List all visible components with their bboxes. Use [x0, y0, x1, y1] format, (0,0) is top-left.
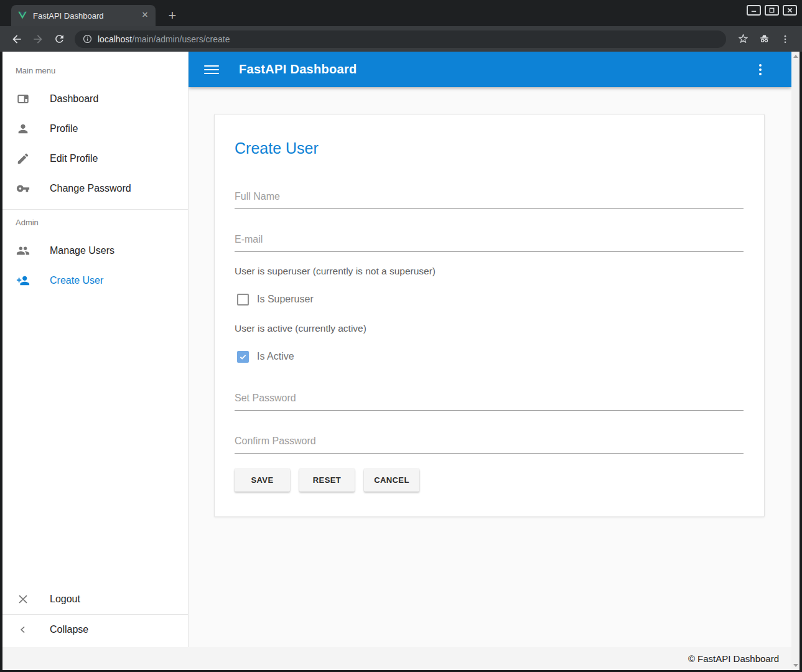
sidebar-item-collapse[interactable]: Collapse [2, 615, 188, 645]
full-name-field-wrap [235, 189, 744, 209]
browser-tab[interactable]: FastAPI Dashboard × [11, 5, 156, 26]
active-checkbox-row[interactable]: Is Active [235, 349, 744, 364]
sidebar-item-logout[interactable]: Logout [2, 584, 188, 614]
page-title: Create User [235, 139, 744, 157]
dashboard-icon [16, 91, 30, 106]
sidebar-item-create-user[interactable]: Create User [2, 266, 188, 296]
people-icon [16, 243, 30, 258]
forward-button[interactable] [29, 30, 47, 49]
new-tab-button[interactable]: + [164, 9, 180, 22]
save-button[interactable]: SAVE [235, 469, 290, 492]
tab-close-icon[interactable]: × [139, 10, 151, 21]
sidebar-section-admin: Admin [2, 210, 188, 236]
incognito-icon [755, 30, 773, 49]
person-icon [16, 121, 30, 136]
vue-logo-icon [17, 11, 27, 21]
appbar-title: FastAPI Dashboard [239, 62, 357, 77]
sidebar-item-manage-users[interactable]: Manage Users [2, 236, 188, 266]
hamburger-menu-button[interactable] [204, 62, 219, 77]
check-icon [239, 353, 247, 361]
tab-title: FastAPI Dashboard [33, 11, 139, 21]
email-input[interactable] [235, 231, 744, 252]
sidebar-item-label: Create User [50, 275, 103, 286]
full-name-input[interactable] [235, 189, 744, 209]
sidebar-item-label: Profile [50, 123, 78, 134]
appbar-overflow-menu-button[interactable] [753, 62, 768, 77]
url-bar[interactable]: localhost/main/admin/users/create [75, 30, 726, 48]
url-path: /main/admin/users/create [132, 34, 230, 44]
bookmark-button[interactable] [734, 30, 752, 49]
sidebar-section-main-menu: Main menu [2, 52, 188, 84]
sidebar: Main menu Dashboard Profile [2, 52, 189, 647]
scroll-down-icon[interactable] [793, 664, 798, 667]
reload-button[interactable] [50, 30, 68, 49]
browser-tab-strip: FastAPI Dashboard × + [0, 0, 802, 26]
info-icon [82, 34, 93, 44]
sidebar-item-label: Change Password [50, 183, 131, 194]
sidebar-item-change-password[interactable]: Change Password [2, 174, 188, 203]
key-icon [16, 181, 30, 196]
create-user-card: Create User User is superuser (currently… [214, 114, 765, 517]
url-host: localhost [98, 34, 132, 44]
app-footer: © FastAPI Dashboard [2, 647, 791, 670]
sidebar-item-label: Edit Profile [50, 153, 98, 164]
chevron-left-icon [16, 622, 30, 637]
set-password-field-wrap [235, 390, 744, 411]
browser-menu-button[interactable] [776, 30, 795, 49]
superuser-checkbox-row[interactable]: Is Superuser [235, 292, 744, 307]
active-checkbox-label: Is Active [257, 351, 294, 362]
appbar: FastAPI Dashboard [189, 52, 791, 87]
reset-button[interactable]: RESET [299, 469, 355, 492]
reload-icon [54, 33, 65, 45]
back-icon [11, 33, 23, 45]
superuser-checkbox[interactable] [237, 294, 249, 306]
sidebar-item-dashboard[interactable]: Dashboard [2, 84, 188, 114]
browser-window: FastAPI Dashboard × + [0, 0, 802, 672]
sidebar-item-label: Dashboard [50, 93, 98, 105]
maximize-button[interactable] [765, 5, 779, 16]
page-content: Create User User is superuser (currently… [189, 87, 791, 647]
person-add-icon [16, 273, 30, 288]
minimize-button[interactable] [747, 5, 761, 16]
sidebar-item-edit-profile[interactable]: Edit Profile [2, 144, 188, 174]
sidebar-item-label: Collapse [50, 624, 88, 635]
active-hint: User is active (currently active) [235, 323, 744, 334]
footer-copyright: © FastAPI Dashboard [688, 653, 779, 664]
pencil-icon [16, 151, 30, 166]
page-scrollbar[interactable] [791, 52, 800, 670]
form-actions: SAVE RESET CANCEL [235, 467, 744, 492]
sidebar-item-label: Manage Users [50, 245, 114, 256]
superuser-checkbox-label: Is Superuser [257, 294, 314, 305]
close-window-button[interactable] [783, 5, 797, 16]
forward-icon [32, 33, 44, 45]
sidebar-item-label: Logout [50, 594, 80, 605]
back-button[interactable] [7, 30, 26, 49]
cancel-button[interactable]: CANCEL [364, 469, 419, 492]
confirm-password-field-wrap [235, 433, 744, 454]
window-controls [747, 5, 797, 16]
email-field-wrap [235, 231, 744, 252]
sidebar-item-profile[interactable]: Profile [2, 114, 188, 144]
browser-toolbar: localhost/main/admin/users/create [0, 26, 802, 52]
kebab-menu-icon [780, 34, 791, 45]
active-checkbox[interactable] [237, 351, 249, 363]
star-icon [737, 33, 749, 45]
set-password-input[interactable] [235, 390, 744, 411]
sidebar-bottom: Logout Collapse [2, 584, 188, 647]
close-icon [16, 592, 30, 607]
confirm-password-input[interactable] [235, 433, 744, 454]
app-viewport: Main menu Dashboard Profile [2, 52, 800, 670]
superuser-hint: User is superuser (currently is not a su… [235, 266, 744, 277]
scroll-up-icon[interactable] [793, 55, 798, 58]
